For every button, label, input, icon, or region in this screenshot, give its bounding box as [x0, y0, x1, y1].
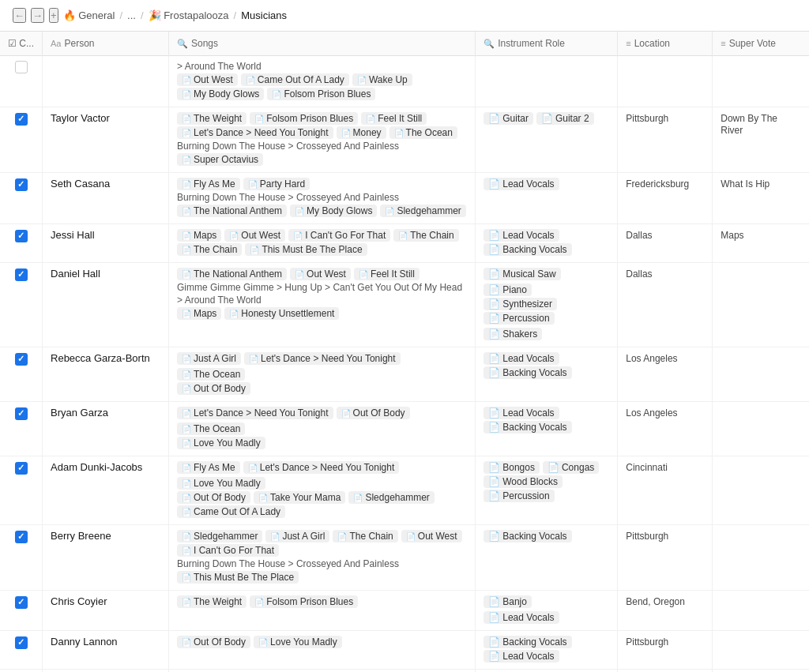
instrument-tag[interactable]: 📄Guitar 2 — [536, 112, 594, 125]
song-tag[interactable]: 📄Let's Dance > Need You Tonight — [177, 407, 333, 419]
song-tag[interactable]: 📄Maps — [177, 307, 221, 320]
instrument-tag[interactable]: 📄Lead Vocals — [484, 650, 559, 663]
song-tag[interactable]: 📄Feel It Still — [354, 268, 420, 280]
song-tag[interactable]: 📄Just A Girl — [177, 352, 241, 365]
song-tag[interactable]: 📄My Body Glows — [290, 205, 377, 217]
song-tag[interactable]: 📄Let's Dance > Need You Tonight — [243, 461, 400, 474]
song-tag[interactable]: 📄Money — [337, 126, 386, 139]
song-tag[interactable]: 📄This Must Be The Place — [245, 243, 367, 256]
checkbox-unchecked[interactable] — [15, 61, 28, 73]
song-tag[interactable]: 📄Just A Girl — [265, 530, 329, 542]
song-tag[interactable]: 📄Sledgehammer — [177, 530, 262, 542]
song-tag[interactable]: 📄My Body Glows — [177, 88, 264, 100]
checkbox-checked[interactable]: ✓ — [15, 636, 28, 649]
instrument-tag[interactable]: 📄Backing Vocals — [484, 530, 571, 542]
checkbox-checked[interactable]: ✓ — [15, 596, 28, 609]
song-tag[interactable]: 📄The Weight — [177, 595, 246, 608]
instrument-tag[interactable]: 📄Lead Vocals — [484, 178, 559, 190]
instrument-line: 📄Backing Vocals — [484, 636, 609, 648]
instrument-tag[interactable]: 📄Synthesizer — [484, 298, 557, 310]
instrument-tag[interactable]: 📄Percussion — [484, 490, 554, 502]
instrument-tag[interactable]: 📄Wood Blocks — [484, 475, 563, 488]
instrument-tag[interactable]: 📄Bongos — [484, 461, 540, 474]
breadcrumb-frostapalooza[interactable]: 🎉 Frostapalooza — [149, 9, 229, 21]
song-tag[interactable]: 📄Take Your Mama — [254, 491, 345, 504]
song-tag[interactable]: 📄The Ocean — [177, 422, 245, 435]
song-tag[interactable]: 📄Came Out Of A Lady — [177, 505, 285, 518]
instrument-tag[interactable]: 📄Lead Vocals — [484, 407, 559, 419]
song-tag[interactable]: 📄Wake Up — [352, 73, 412, 86]
song-tag[interactable]: 📄Out Of Body — [177, 491, 250, 504]
song-tag[interactable]: 📄Out West — [290, 268, 351, 280]
col-header-person[interactable]: AaPerson — [43, 32, 169, 56]
song-tag[interactable]: 📄Fly As Me — [177, 461, 240, 474]
instrument-tag[interactable]: 📄Shakers — [484, 328, 542, 340]
col-header-supervote[interactable]: ≡Super Vote — [713, 32, 809, 56]
song-tag[interactable]: 📄Out West — [177, 73, 238, 86]
song-tag[interactable]: 📄Party Hard — [243, 178, 310, 190]
song-tag[interactable]: 📄Let's Dance > Need You Tonight — [244, 352, 401, 365]
breadcrumb-ellipsis[interactable]: ... — [127, 9, 136, 21]
forward-button[interactable]: → — [31, 8, 44, 23]
song-tag[interactable]: 📄Folsom Prison Blues — [267, 88, 375, 100]
song-tag[interactable]: 📄Folsom Prison Blues — [250, 112, 358, 125]
song-tag[interactable]: 📄Super Octavius — [177, 153, 263, 166]
song-tag[interactable]: 📄Out Of Body — [177, 382, 250, 395]
song-tag[interactable]: 📄Out West — [224, 229, 285, 242]
song-tag[interactable]: 📄I Can't Go For That — [288, 229, 390, 242]
checkbox-checked[interactable]: ✓ — [15, 113, 28, 126]
song-tag[interactable]: 📄Feel It Still — [361, 112, 427, 125]
new-tab-button[interactable]: + — [49, 8, 58, 23]
song-tag[interactable]: 📄The Ocean — [389, 126, 457, 139]
song-tag[interactable]: 📄I Can't Go For That — [177, 544, 279, 557]
checkbox-checked[interactable]: ✓ — [15, 230, 28, 242]
song-tag[interactable]: 📄Out West — [401, 530, 462, 542]
instrument-tag[interactable]: 📄Backing Vocals — [484, 421, 571, 434]
checkbox-checked[interactable]: ✓ — [15, 462, 28, 475]
instrument-tag[interactable]: 📄Percussion — [484, 312, 554, 325]
instrument-tag[interactable]: 📄Backing Vocals — [484, 366, 571, 379]
instrument-tag[interactable]: 📄Backing Vocals — [484, 636, 571, 648]
checkbox-checked[interactable]: ✓ — [15, 268, 28, 281]
song-tag[interactable]: 📄The Weight — [177, 112, 246, 125]
instrument-tag[interactable]: 📄Lead Vocals — [484, 611, 559, 624]
song-tag[interactable]: 📄Love You Madly — [254, 636, 342, 648]
song-tag[interactable]: 📄This Must Be The Place — [177, 571, 299, 584]
instrument-tag[interactable]: 📄Banjo — [484, 595, 532, 608]
col-header-songs[interactable]: 🔍Songs — [169, 32, 476, 56]
checkbox-checked[interactable]: ✓ — [15, 178, 28, 191]
song-tag[interactable]: 📄Came Out Of A Lady — [241, 73, 349, 86]
col-header-location[interactable]: ≡Location — [618, 32, 713, 56]
song-tag[interactable]: 📄Maps — [177, 229, 221, 242]
song-tag[interactable]: 📄Love You Madly — [177, 437, 265, 449]
instrument-tag[interactable]: 📄Lead Vocals — [484, 352, 559, 365]
col-header-instrument[interactable]: 🔍Instrument Role — [476, 32, 618, 56]
song-tag[interactable]: 📄The Ocean — [177, 368, 245, 381]
instrument-tag[interactable]: 📄Guitar — [484, 112, 533, 125]
instrument-tag[interactable]: 📄Backing Vocals — [484, 243, 571, 256]
song-tag[interactable]: 📄Folsom Prison Blues — [250, 595, 358, 608]
checkbox-checked[interactable]: ✓ — [15, 531, 28, 543]
instrument-tag[interactable]: 📄Piano — [484, 283, 532, 296]
col-header-check[interactable]: ☑ C... — [0, 32, 43, 56]
song-tag[interactable]: 📄Out Of Body — [337, 407, 410, 419]
song-tag[interactable]: 📄The Chain — [393, 229, 458, 242]
song-tag[interactable]: 📄Sledgehammer — [380, 205, 465, 217]
breadcrumb-general[interactable]: 🔥 General — [63, 9, 115, 21]
song-tag[interactable]: 📄Fly As Me — [177, 178, 240, 190]
song-tag[interactable]: 📄Love You Madly — [177, 477, 265, 490]
checkbox-checked[interactable]: ✓ — [15, 353, 28, 366]
instrument-tag[interactable]: 📄Congas — [543, 461, 599, 474]
song-tag[interactable]: 📄The National Anthem — [177, 268, 287, 280]
song-tag[interactable]: 📄The Chain — [177, 243, 242, 256]
song-tag[interactable]: 📄Let's Dance > Need You Tonight — [177, 126, 333, 139]
instrument-tag[interactable]: 📄Musical Saw — [484, 268, 560, 280]
song-tag[interactable]: 📄Sledgehammer — [348, 491, 434, 504]
song-tag[interactable]: 📄Honesty Unsettlement — [224, 307, 339, 320]
instrument-tag[interactable]: 📄Lead Vocals — [484, 229, 559, 242]
song-tag[interactable]: 📄The Chain — [333, 530, 397, 542]
back-button[interactable]: ← — [13, 8, 26, 23]
song-tag[interactable]: 📄Out Of Body — [177, 636, 250, 648]
checkbox-checked[interactable]: ✓ — [15, 407, 28, 420]
song-tag[interactable]: 📄The National Anthem — [177, 205, 287, 217]
